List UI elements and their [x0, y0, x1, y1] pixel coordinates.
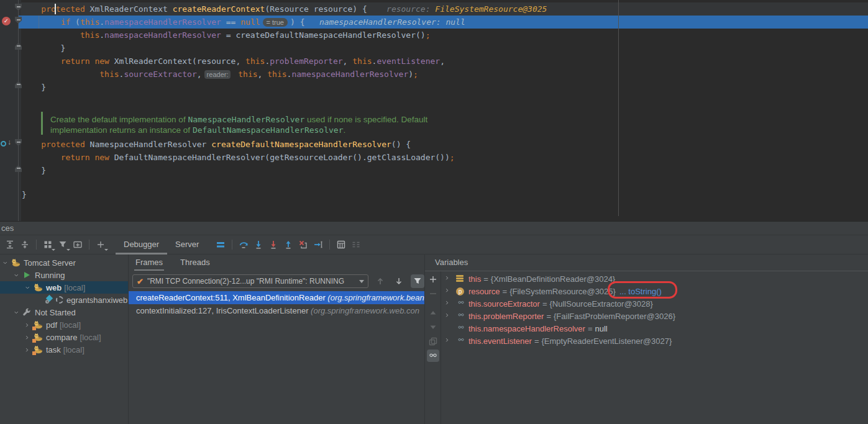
chevron-right-icon[interactable] [25, 348, 30, 353]
variable-row[interactable]: this.problemReporter={FailFastProblemRep… [441, 310, 868, 322]
code-line[interactable]: } [22, 81, 46, 94]
code-line[interactable]: } [22, 42, 65, 55]
chevron-down-icon[interactable] [14, 273, 19, 278]
overridden-method-icon[interactable]: ↓ [1, 140, 12, 148]
step-into-button[interactable] [251, 238, 266, 251]
chevron-right-icon[interactable] [445, 313, 451, 319]
code-line[interactable]: implementation returns an instance of De… [50, 124, 345, 137]
tree-item-compare[interactable]: compare[local] [0, 331, 128, 343]
chevron-right-icon[interactable] [25, 335, 30, 340]
this-icon [456, 275, 465, 282]
variable-value: null [595, 324, 607, 333]
drop-frame-button[interactable] [296, 238, 311, 251]
variable-name: resource [468, 287, 500, 296]
frame-location: createReaderContext:511, XmlBeanDefiniti… [136, 293, 327, 302]
chevron-down-icon[interactable] [2, 261, 7, 266]
tree-item-label: egrantshanxiweb [66, 295, 127, 305]
chevron-right-icon[interactable] [445, 300, 451, 307]
chevron-right-icon[interactable] [445, 288, 451, 294]
code-line[interactable]: this.sourceExtractor,reader: this, this.… [22, 68, 418, 81]
tree-item-not-started[interactable]: Not Started [0, 306, 128, 318]
filter-frames-icon [413, 276, 423, 286]
evaluate-expression-button[interactable] [334, 238, 349, 251]
tree-item-label: task [46, 345, 61, 354]
equals-sign: = [540, 299, 550, 309]
tostring-link[interactable]: ... toString() [619, 287, 662, 296]
code-line[interactable]: protected XmlReaderContext createReaderC… [22, 2, 547, 16]
thread-dropdown-text: "RMI TCP Connection(2)-12...up "RMI Runt… [147, 277, 355, 286]
code-line[interactable]: } [22, 164, 46, 177]
collapse-all-button[interactable] [17, 238, 32, 251]
filter-button[interactable] [55, 238, 70, 251]
watch-icon [456, 300, 466, 307]
tab-threads[interactable]: Threads [180, 255, 210, 271]
code-line[interactable]: } [22, 188, 27, 201]
code-line[interactable]: this.namespaceHandlerResolver = createDe… [22, 29, 430, 42]
code-line[interactable]: protected NamespaceHandlerResolver creat… [22, 138, 411, 151]
expand-all-button[interactable] [2, 238, 17, 251]
filter-frames-button[interactable] [411, 274, 424, 288]
chevron-down-icon[interactable] [14, 310, 19, 315]
tree-item-tomcat-server[interactable]: Tomcat Server [0, 256, 128, 269]
equals-sign: = [500, 287, 510, 296]
tree-item-task[interactable]: task[local] [0, 343, 128, 356]
param-icon: p [456, 287, 464, 295]
variable-row[interactable]: this={XmlBeanDefinitionReader@3024} [441, 273, 868, 285]
tree-item-running[interactable]: Running [0, 269, 128, 281]
run-icon [22, 270, 32, 280]
tab-server[interactable]: Server [167, 235, 207, 255]
arrow-up-button[interactable] [373, 274, 387, 288]
tree-item-web[interactable]: web[local] [0, 281, 128, 294]
tree-item-egrantshanxiweb[interactable]: egrantshanxiweb [0, 294, 128, 306]
breakpoint-icon[interactable]: ✓ [2, 17, 11, 25]
chevron-right-icon[interactable] [25, 323, 30, 328]
variable-row[interactable]: presource={FileSystemResource@3025}... t… [441, 285, 868, 297]
chevron-down-icon[interactable] [25, 286, 30, 291]
step-out-button[interactable] [281, 238, 296, 251]
group-by-icon [43, 240, 53, 250]
variables-tree: this={XmlBeanDefinitionReader@3024}preso… [441, 271, 868, 424]
run-to-cursor-button[interactable] [311, 238, 326, 251]
layout-settings-icon [351, 240, 361, 250]
debug-actions-toolbar [213, 238, 363, 251]
layout-settings-button[interactable] [349, 238, 363, 251]
add-application-button[interactable] [70, 238, 85, 251]
watch-icon [456, 313, 466, 319]
code-line[interactable]: if (this.namespaceHandlerResolver == nul… [22, 16, 465, 29]
toolbar-separator [232, 240, 232, 250]
add-button[interactable] [93, 238, 108, 251]
chevron-right-icon[interactable] [445, 338, 451, 344]
stack-frame-row[interactable]: createReaderContext:511, XmlBeanDefiniti… [129, 291, 424, 304]
tab-debugger[interactable]: Debugger [116, 235, 167, 255]
code-editor[interactable]: protected XmlReaderContext createReaderC… [0, 0, 868, 221]
code-line[interactable]: return new DefaultNamespaceHandlerResolv… [22, 151, 455, 164]
stack-frame-row[interactable]: contextInitialized:127, IrisContextLoade… [129, 304, 424, 317]
wrench-icon [22, 307, 32, 317]
force-step-into-button[interactable] [266, 238, 281, 251]
thread-selector-dropdown[interactable]: ✔ "RMI TCP Connection(2)-12...up "RMI Ru… [132, 274, 368, 288]
services-tree: Tomcat ServerRunningweb[local]egrantshan… [0, 255, 129, 424]
chevron-right-icon[interactable] [445, 276, 451, 282]
tool-window-title-text: ces [1, 223, 14, 233]
variable-row[interactable]: this.sourceExtractor={NullSourceExtracto… [441, 297, 868, 310]
move-up-button[interactable] [427, 307, 439, 319]
arrow-down-button[interactable] [392, 274, 406, 288]
code-line[interactable]: return new XmlReaderContext(resource, th… [22, 55, 445, 68]
arrow-up-icon [375, 276, 385, 286]
tab-frames[interactable]: Frames [135, 255, 163, 271]
show-watches-button[interactable] [427, 350, 439, 362]
group-by-button[interactable] [40, 238, 55, 251]
watch-icon [456, 325, 465, 332]
drop-frame-icon [298, 240, 308, 250]
watch-icon [456, 325, 466, 332]
step-over-button[interactable] [236, 238, 251, 251]
tree-item-pdf[interactable]: pdf[local] [0, 318, 128, 331]
duplicate-button[interactable] [427, 335, 439, 348]
move-down-button[interactable] [427, 321, 439, 333]
hamburger-button[interactable] [213, 238, 228, 251]
add-watch-button[interactable] [427, 273, 439, 286]
variable-row[interactable]: this.namespaceHandlerResolver=null [441, 322, 868, 335]
remove-watch-button[interactable] [427, 287, 439, 300]
watch-icon [456, 338, 466, 344]
variable-row[interactable]: this.eventListener={EmptyReaderEventList… [441, 335, 868, 347]
